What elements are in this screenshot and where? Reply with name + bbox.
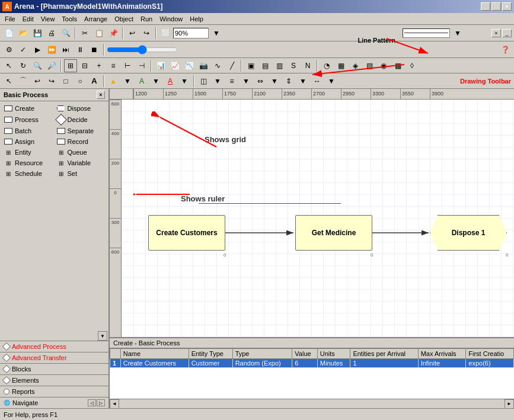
table-row[interactable]: 1 Create Customers Customer Random (Expo… [110,359,514,368]
align-v-button[interactable]: ⊢ [121,59,134,72]
spacing-picker-button[interactable]: ▼ [268,75,281,88]
curve-draw-button[interactable]: ⌒ [17,75,30,88]
module-decide[interactable]: Decide [55,114,107,125]
menu-edit[interactable]: Edit [19,14,37,24]
minimize-button[interactable]: _ [481,2,490,11]
redo2-button[interactable]: ↪ [45,75,58,88]
redo-button[interactable]: ↪ [140,27,153,40]
sidebar-blocks[interactable]: Blocks [0,363,108,374]
line-picker-button[interactable]: ▼ [149,75,162,88]
scroll-right-button[interactable]: ► [505,399,514,409]
module-create[interactable]: Create [2,104,54,113]
entity4-button[interactable]: S [287,59,300,72]
module-record[interactable]: Record [55,137,107,146]
cut-button[interactable]: ✂ [78,27,91,40]
more5-button[interactable]: ◊ [406,59,419,72]
pause-button[interactable]: ⏸ [74,43,87,56]
print-button[interactable]: 🖨 [45,27,58,40]
sidebar-elements[interactable]: Elements [0,374,108,386]
menu-window[interactable]: Window [156,14,186,24]
menu-object[interactable]: Object [111,14,137,24]
shadow-picker-button[interactable]: ▼ [211,75,224,88]
select-button[interactable]: ↖ [2,59,15,72]
panel-close-button[interactable]: × [97,91,105,99]
menu-view[interactable]: View [37,14,59,24]
module-schedule[interactable]: ⊞ Schedule [2,169,54,178]
module-process[interactable]: Process [2,114,54,125]
zoom-rect-button[interactable]: ⬜ [159,27,172,40]
zoom-in-button[interactable]: 🔍 [31,59,44,72]
chart3-button[interactable]: 📉 [183,59,196,72]
close-button[interactable]: × [502,2,512,11]
menu-run[interactable]: Run [137,14,156,24]
open-button[interactable]: 📂 [17,27,30,40]
dispose-block[interactable]: Dispose 1 [430,215,507,251]
sidebar-advanced-process[interactable]: Advanced Process [0,341,108,352]
save-button[interactable]: 💾 [31,27,44,40]
entity2-button[interactable]: ▤ [258,59,272,72]
copy-button[interactable]: 📋 [92,27,106,40]
fill-color-button[interactable]: ▲ [107,75,120,88]
inner-minimize-button[interactable]: _ [502,29,512,37]
plus-button[interactable]: + [92,59,106,72]
module-separate[interactable]: Separate [55,126,107,136]
nav-next-button[interactable]: ▷ [97,399,105,406]
scroll-down-button[interactable]: ▼ [98,331,107,341]
text-picker-button[interactable]: ▼ [178,75,191,88]
forward-step-button[interactable]: ⏭ [59,43,72,56]
inner-close-button[interactable]: × [491,29,501,37]
undo-button[interactable]: ↩ [126,27,139,40]
entity1-button[interactable]: ▣ [244,59,257,72]
camera-button[interactable]: 📷 [197,59,210,72]
zoom-out-button[interactable]: 🔎 [45,59,58,72]
fill-picker-button[interactable]: ▼ [121,75,134,88]
align-picker-button[interactable]: ▼ [240,75,253,88]
process-block[interactable]: Get Medicine [295,215,372,251]
arrow-button[interactable]: ↖ [2,75,15,88]
menu-file[interactable]: File [1,14,19,24]
menu-help[interactable]: Help [186,14,207,24]
speed-slider[interactable] [107,44,178,55]
check-button[interactable]: ✓ [17,43,30,56]
stop-button[interactable]: ⏹ [88,43,101,56]
chart1-button[interactable]: 📊 [154,59,167,72]
scroll-left-button[interactable]: ◄ [110,399,119,409]
zoom-input[interactable] [173,28,209,39]
distribute-button[interactable]: ⊣ [135,59,148,72]
ellipse-button[interactable]: ○ [74,75,87,88]
run-setup-button[interactable]: ⚙ [2,43,15,56]
curve-button[interactable]: ∿ [211,59,224,72]
size-button[interactable]: ⇕ [282,75,295,88]
snap-button[interactable]: ⊟ [78,59,91,72]
chart2-button[interactable]: 📈 [168,59,181,72]
menu-arrange[interactable]: Arrange [81,14,111,24]
line-pattern-dropdown[interactable]: ▼ [451,27,464,40]
sidebar-navigate[interactable]: 🌐 Navigate ◁ ▷ [0,397,108,408]
module-queue[interactable]: ⊞ Queue [55,148,107,157]
nav-prev-button[interactable]: ◁ [88,399,96,406]
spacing-button[interactable]: ⇔ [254,75,267,88]
canvas-main[interactable]: Shows grid Shows ruler [122,100,514,337]
module-resource[interactable]: ⊞ Resource [2,158,54,168]
entity3-button[interactable]: ▥ [273,59,286,72]
run-button[interactable]: ▶ [31,43,44,56]
text-color-button[interactable]: A [164,75,177,88]
maximize-button[interactable]: □ [491,2,501,11]
module-dispose[interactable]: Dispose [55,104,107,113]
module-batch[interactable]: Batch [2,126,54,136]
module-set[interactable]: ⊞ Set [55,169,107,178]
undo2-button[interactable]: ↩ [31,75,44,88]
rotate-button[interactable]: ↻ [17,59,30,72]
create-block[interactable]: Create Customers [148,215,225,251]
line-button[interactable]: ╱ [225,59,238,72]
new-button[interactable]: 📄 [2,27,15,40]
rect-draw-button[interactable]: □ [59,75,72,88]
paste-button[interactable]: 📌 [107,27,120,40]
grid-button[interactable]: ⊞ [64,59,77,72]
fast-forward-button[interactable]: ⏩ [45,43,58,56]
scroll-track[interactable] [119,399,505,409]
menu-tools[interactable]: Tools [58,14,81,24]
sidebar-advanced-transfer[interactable]: Advanced Transfer [0,352,108,363]
hscrollbar[interactable]: ◄ ► [110,399,514,408]
text-button[interactable]: A [88,75,101,88]
